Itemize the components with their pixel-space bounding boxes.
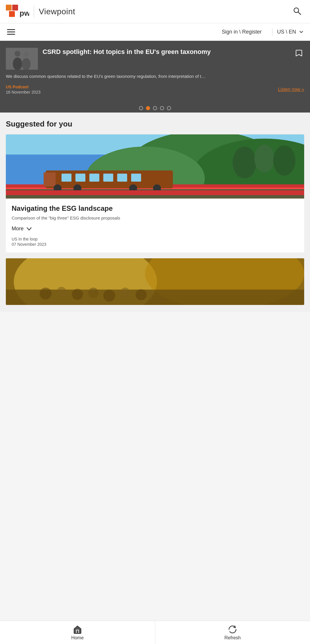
pwc-logo: pwc xyxy=(6,5,29,19)
article-date-1: 07 November 2023 xyxy=(12,242,298,247)
svg-rect-22 xyxy=(75,173,85,181)
svg-point-32 xyxy=(233,146,256,178)
chevron-down-icon xyxy=(298,29,304,35)
carousel-dot-2[interactable] xyxy=(146,106,150,110)
article-card-2-preview[interactable] xyxy=(6,258,304,305)
svg-point-34 xyxy=(273,145,295,176)
bottom-spacer xyxy=(0,312,310,335)
sign-in-register-link[interactable]: Sign in \ Register xyxy=(222,29,267,35)
featured-section: CSRD spotlight: Hot topics in the EU's g… xyxy=(0,41,310,101)
featured-description: We discuss common questions related to t… xyxy=(6,73,304,80)
featured-meta-left: US Podcast 16 November 2023 xyxy=(6,85,40,94)
nav-bar: Sign in \ Register US \ EN xyxy=(0,23,310,41)
svg-point-7 xyxy=(15,51,20,57)
featured-title: CSRD spotlight: Hot topics in the EU's g… xyxy=(43,48,294,56)
featured-header-row: CSRD spotlight: Hot topics in the EU's g… xyxy=(43,48,304,59)
article-tag-1: US In the loop xyxy=(12,237,298,241)
svg-point-43 xyxy=(103,289,115,301)
svg-point-33 xyxy=(254,144,274,172)
carousel-dot-1[interactable] xyxy=(139,106,143,110)
app-title: Viewpoint xyxy=(39,7,75,16)
carousel-dot-3[interactable] xyxy=(153,106,157,110)
carousel-dots xyxy=(0,101,310,113)
svg-rect-2 xyxy=(9,11,15,17)
article-title-1: Navigating the ESG landscape xyxy=(12,204,298,213)
svg-rect-1 xyxy=(12,5,18,10)
nav-right: Sign in \ Register US \ EN xyxy=(222,29,304,36)
bookmark-button[interactable] xyxy=(294,48,304,59)
svg-rect-24 xyxy=(103,173,113,181)
listen-now-button[interactable]: Listen now » xyxy=(278,87,304,92)
svg-line-5 xyxy=(298,12,301,15)
svg-rect-31 xyxy=(6,190,304,195)
featured-tag: US Podcast xyxy=(6,85,40,89)
more-label-1: More xyxy=(12,226,24,232)
carousel-dot-4[interactable] xyxy=(160,106,164,110)
article-subtitle-1: Comparison of the "big three" ESG disclo… xyxy=(12,215,298,221)
article-card-1[interactable]: Navigating the ESG landscape Comparison … xyxy=(6,134,304,252)
svg-text:pwc: pwc xyxy=(20,9,29,17)
hamburger-line-1 xyxy=(7,29,15,30)
svg-rect-23 xyxy=(89,173,99,181)
more-button-1[interactable]: More xyxy=(12,226,32,232)
svg-rect-26 xyxy=(131,173,141,181)
locale-label: US \ EN xyxy=(277,29,296,35)
svg-point-44 xyxy=(120,287,130,297)
featured-meta: US Podcast 16 November 2023 Listen now » xyxy=(6,85,304,94)
svg-rect-21 xyxy=(61,173,71,181)
svg-point-42 xyxy=(88,287,98,298)
app-header: pwc Viewpoint xyxy=(0,0,310,23)
article-card-image-1 xyxy=(6,134,304,199)
search-button[interactable] xyxy=(290,4,304,19)
featured-thumbnail xyxy=(6,48,38,70)
carousel-dot-5[interactable] xyxy=(167,106,171,110)
svg-point-45 xyxy=(135,289,147,300)
featured-date: 16 November 2023 xyxy=(6,90,40,94)
svg-point-8 xyxy=(13,57,22,70)
svg-rect-6 xyxy=(6,48,38,70)
nav-divider xyxy=(272,29,272,36)
featured-card[interactable]: CSRD spotlight: Hot topics in the EU's g… xyxy=(6,48,304,94)
hamburger-line-2 xyxy=(7,31,15,32)
svg-rect-20 xyxy=(44,172,56,186)
chevron-down-icon-more xyxy=(26,226,32,232)
article-card-image-2-preview xyxy=(6,258,304,305)
header-left: pwc Viewpoint xyxy=(6,5,75,19)
svg-rect-0 xyxy=(6,5,12,10)
featured-top: CSRD spotlight: Hot topics in the EU's g… xyxy=(6,48,304,70)
svg-point-41 xyxy=(72,289,83,300)
article-card-body-1: Navigating the ESG landscape Comparison … xyxy=(6,199,304,252)
svg-point-9 xyxy=(24,52,29,57)
header-divider xyxy=(34,6,34,17)
hamburger-menu-button[interactable] xyxy=(6,28,16,36)
svg-rect-25 xyxy=(117,173,127,181)
svg-point-40 xyxy=(57,287,66,296)
svg-point-39 xyxy=(40,287,52,299)
suggested-section-title: Suggested for you xyxy=(6,120,304,129)
hamburger-line-3 xyxy=(7,34,15,35)
suggested-section: Suggested for you xyxy=(0,113,310,312)
locale-selector-button[interactable]: US \ EN xyxy=(277,29,304,35)
